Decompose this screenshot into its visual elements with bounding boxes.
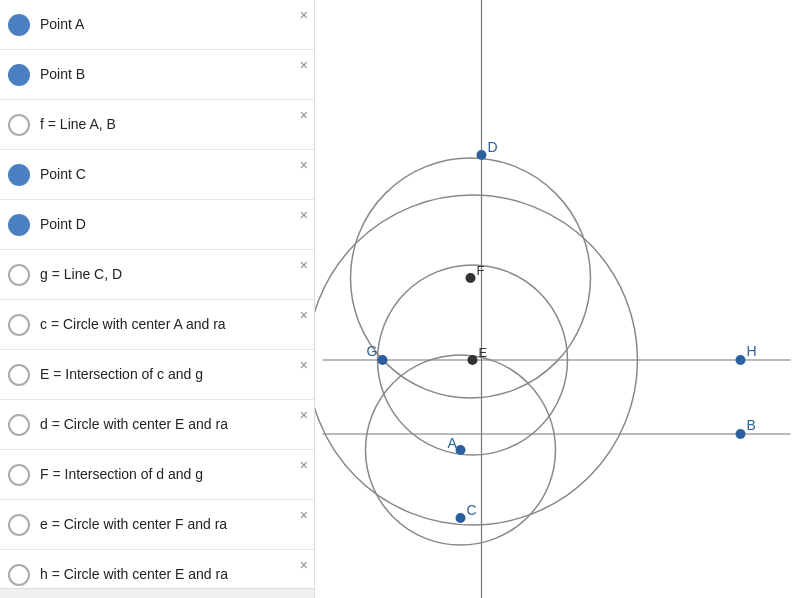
close-btn-pointD[interactable]: × (300, 208, 308, 222)
list-item-pointD: Point D× (0, 200, 314, 250)
close-btn-circleC[interactable]: × (300, 308, 308, 322)
svg-point-11 (378, 355, 388, 365)
item-label-lineCD: g = Line C, D (40, 265, 306, 285)
svg-point-19 (736, 429, 746, 439)
item-icon-intersectE (8, 364, 30, 386)
close-btn-pointC[interactable]: × (300, 158, 308, 172)
close-btn-lineCD[interactable]: × (300, 258, 308, 272)
algebra-panel[interactable]: Point A×Point B×f = Line A, B×Point C×Po… (0, 0, 315, 598)
svg-text:C: C (467, 502, 477, 518)
list-item-circleD: d = Circle with center E and ra× (0, 400, 314, 450)
svg-text:G: G (367, 343, 378, 359)
item-icon-pointA (8, 14, 30, 36)
close-btn-pointA[interactable]: × (300, 8, 308, 22)
svg-point-21 (456, 513, 466, 523)
svg-text:F: F (477, 263, 485, 278)
item-icon-pointD (8, 214, 30, 236)
svg-text:D: D (488, 139, 498, 155)
item-label-pointC: Point C (40, 165, 306, 185)
item-label-lineAB: f = Line A, B (40, 115, 306, 135)
list-item-pointA: Point A× (0, 0, 314, 50)
svg-text:H: H (747, 343, 757, 359)
item-label-intersectF: F = Intersection of d and g (40, 465, 306, 485)
item-icon-circleE (8, 514, 30, 536)
item-icon-circleD (8, 414, 30, 436)
item-label-pointA: Point A (40, 15, 306, 35)
svg-point-9 (466, 273, 476, 283)
horizontal-scrollbar[interactable] (0, 588, 315, 598)
list-item-intersectF: F = Intersection of d and g× (0, 450, 314, 500)
item-icon-circleC (8, 314, 30, 336)
list-item-lineCD: g = Line C, D× (0, 250, 314, 300)
item-label-pointB: Point B (40, 65, 306, 85)
item-icon-lineAB (8, 114, 30, 136)
close-btn-intersectE[interactable]: × (300, 358, 308, 372)
item-label-circleH: h = Circle with center E and ra (40, 565, 306, 585)
geometry-canvas[interactable]: D F G E H A B C (315, 0, 798, 598)
list-item-pointB: Point B× (0, 50, 314, 100)
item-label-intersectE: E = Intersection of c and g (40, 365, 306, 385)
svg-point-7 (477, 150, 487, 160)
svg-point-13 (468, 355, 478, 365)
svg-point-17 (456, 445, 466, 455)
item-icon-circleH (8, 564, 30, 586)
item-label-circleE: e = Circle with center F and ra (40, 515, 306, 535)
close-btn-circleH[interactable]: × (300, 558, 308, 572)
close-btn-circleD[interactable]: × (300, 408, 308, 422)
item-icon-lineCD (8, 264, 30, 286)
list-item-pointC: Point C× (0, 150, 314, 200)
close-btn-lineAB[interactable]: × (300, 108, 308, 122)
list-item-circleE: e = Circle with center F and ra× (0, 500, 314, 550)
item-icon-intersectF (8, 464, 30, 486)
list-item-lineAB: f = Line A, B× (0, 100, 314, 150)
svg-text:E: E (479, 345, 488, 360)
close-btn-pointB[interactable]: × (300, 58, 308, 72)
item-label-pointD: Point D (40, 215, 306, 235)
item-icon-pointC (8, 164, 30, 186)
item-icon-pointB (8, 64, 30, 86)
close-btn-circleE[interactable]: × (300, 508, 308, 522)
svg-text:A: A (448, 435, 458, 451)
list-item-circleC: c = Circle with center A and ra× (0, 300, 314, 350)
list-item-intersectE: E = Intersection of c and g× (0, 350, 314, 400)
close-btn-intersectF[interactable]: × (300, 458, 308, 472)
item-label-circleD: d = Circle with center E and ra (40, 415, 306, 435)
item-label-circleC: c = Circle with center A and ra (40, 315, 306, 335)
svg-point-15 (736, 355, 746, 365)
svg-text:B: B (747, 417, 756, 433)
